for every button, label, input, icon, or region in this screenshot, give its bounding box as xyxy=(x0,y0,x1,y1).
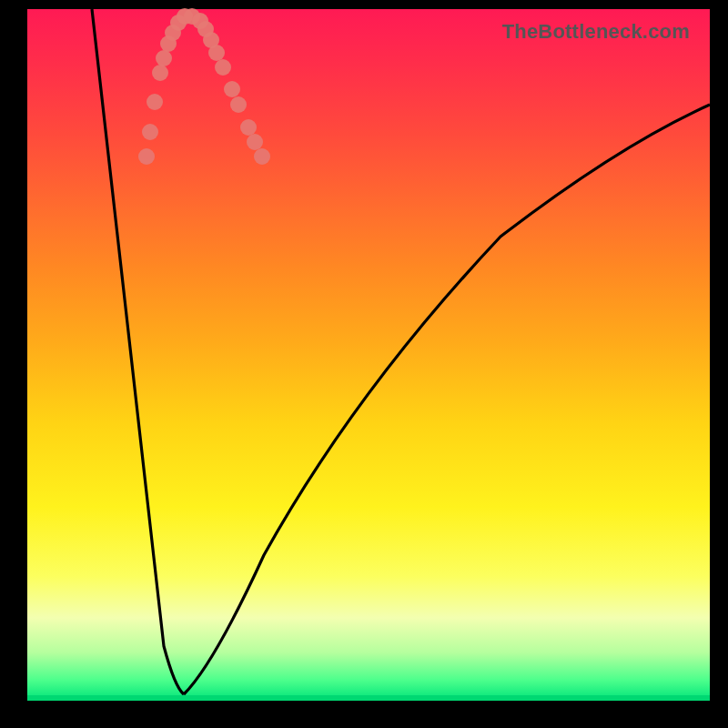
curve-layer xyxy=(27,9,710,701)
chart-frame: TheBottleneck.com xyxy=(0,0,728,728)
baseline xyxy=(27,695,710,701)
plot-area: TheBottleneck.com xyxy=(27,9,710,701)
right-curve xyxy=(184,105,710,694)
left-curve xyxy=(92,9,184,694)
